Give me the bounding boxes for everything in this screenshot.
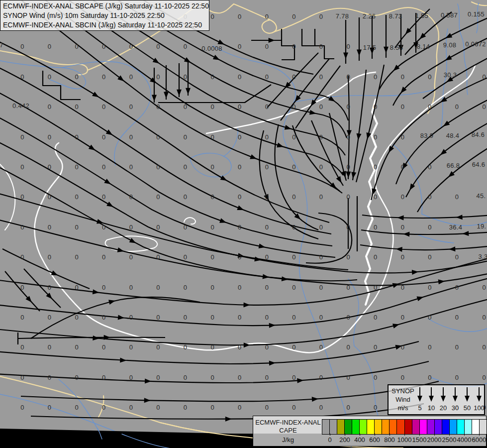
station-value: 0 <box>238 314 242 321</box>
station-value: 0 <box>102 343 106 351</box>
cape-legend-unit: J/kg <box>254 436 322 444</box>
station-value: 0 <box>428 73 432 80</box>
station-value-special: 17.5 <box>363 44 377 51</box>
station-value: 0 <box>238 163 242 171</box>
station-value: 0 <box>129 103 133 111</box>
cape-color-cell <box>480 420 487 434</box>
cape-tick-label: 6000 <box>472 436 487 444</box>
station-value: 0 <box>428 343 432 351</box>
station-value: 0 <box>346 343 350 351</box>
station-value-special: 0.442 <box>12 102 29 110</box>
station-value: 0 <box>265 373 269 381</box>
cape-tick-mark <box>479 434 480 436</box>
station-value: 0 <box>48 343 52 351</box>
station-value: 0 <box>346 103 350 111</box>
station-value: 0 <box>75 103 79 111</box>
station-value: 0 <box>156 404 160 411</box>
station-value-special: 1.55 <box>415 12 429 19</box>
cape-tick-mark <box>449 434 450 436</box>
cape-color-cell <box>330 420 337 434</box>
cape-legend-param: CAPE <box>254 427 322 434</box>
cape-tick-mark <box>390 434 390 436</box>
station-value: 0 <box>428 163 432 171</box>
station-value: 0 <box>374 103 378 111</box>
station-value: 0 <box>129 133 133 140</box>
cape-color-cell <box>337 420 345 434</box>
station-value: 0 <box>210 343 214 351</box>
station-value: 0 <box>482 373 486 381</box>
station-value: 0 <box>319 343 323 351</box>
station-value: 0 <box>346 283 350 291</box>
title-line-sbcape: ECMWF-INDEX-ANAL SBCAPE (J/kg) Saturday … <box>3 1 206 11</box>
cape-color-cell <box>382 420 390 434</box>
station-value-special: 45. <box>477 192 486 200</box>
station-value: 0 <box>455 314 459 321</box>
station-value: 0 <box>292 404 296 411</box>
station-value: 0 <box>401 373 405 381</box>
station-value: 0 <box>319 103 323 111</box>
station-value: 0 <box>482 73 486 80</box>
station-value: 0 <box>102 43 106 50</box>
station-value: 0 <box>265 343 269 351</box>
cape-color-cell <box>412 420 420 434</box>
station-value: 0 <box>75 73 79 80</box>
cape-color-cell <box>435 420 442 434</box>
station-value: 0 <box>48 373 52 381</box>
station-value: 0 <box>102 373 106 381</box>
station-value: 0 <box>210 223 214 230</box>
cape-color-cell <box>367 420 375 434</box>
station-value: 0 <box>156 43 160 50</box>
cape-color-bar <box>322 419 487 435</box>
station-value: 0 <box>374 253 378 261</box>
station-value: 0 <box>20 133 24 140</box>
station-value: 0 <box>129 283 133 291</box>
station-value: 0 <box>210 404 214 411</box>
station-value: 0 <box>482 314 486 321</box>
cape-legend-title: ECMWF-INDEX-ANAL <box>254 419 322 426</box>
station-value: 0 <box>401 283 405 291</box>
station-value: 0 <box>129 404 133 411</box>
cape-color-cell <box>322 420 330 434</box>
station-value: 0 <box>374 404 378 411</box>
map-background <box>0 0 487 448</box>
station-value: 0 <box>48 163 52 171</box>
station-value: 0 <box>374 314 378 321</box>
station-value: 0 <box>401 343 405 351</box>
wind-legend-title: SYNOP <box>389 387 417 395</box>
station-value: 0 <box>374 223 378 230</box>
station-value: 0 <box>102 133 106 140</box>
station-value-special: 0.0672 <box>465 40 486 48</box>
streamline-map <box>0 0 487 448</box>
cape-tick-label: 400 <box>354 436 365 444</box>
cape-tick-mark <box>375 434 375 436</box>
station-value: 0 <box>265 283 269 291</box>
station-value: 0 <box>292 103 296 111</box>
cape-tick-label: 2000 <box>427 436 442 444</box>
station-value: 0 <box>292 283 296 291</box>
station-value: 0 <box>20 223 24 230</box>
station-value: 0 <box>238 373 242 381</box>
station-value: 0 <box>129 343 133 351</box>
station-value: 0 <box>129 73 133 80</box>
station-value: 0 <box>428 314 432 321</box>
station-value: 0 <box>156 253 160 261</box>
station-value: 0 <box>428 223 432 230</box>
station-value: 0 <box>238 73 242 80</box>
station-value: 0 <box>184 373 188 381</box>
station-value: 0 <box>156 133 160 140</box>
cape-tick-label: 0 <box>328 436 331 444</box>
station-value: 0 <box>374 283 378 291</box>
station-value: 0 <box>319 163 323 171</box>
station-value: 0 <box>319 193 323 201</box>
station-value: 0 <box>374 373 378 381</box>
station-value: 0 <box>401 193 405 201</box>
cape-color-cell <box>345 420 352 434</box>
station-value: 0 <box>428 373 432 381</box>
station-value-special: 19. <box>477 223 487 230</box>
cape-tick-label: 2500 <box>442 436 457 444</box>
cape-tick-mark <box>330 434 330 436</box>
station-value: 0 <box>48 133 52 140</box>
wind-speed-label: 50 <box>464 404 471 412</box>
station-value: 0 <box>238 283 242 291</box>
station-value: 0 <box>374 163 378 171</box>
